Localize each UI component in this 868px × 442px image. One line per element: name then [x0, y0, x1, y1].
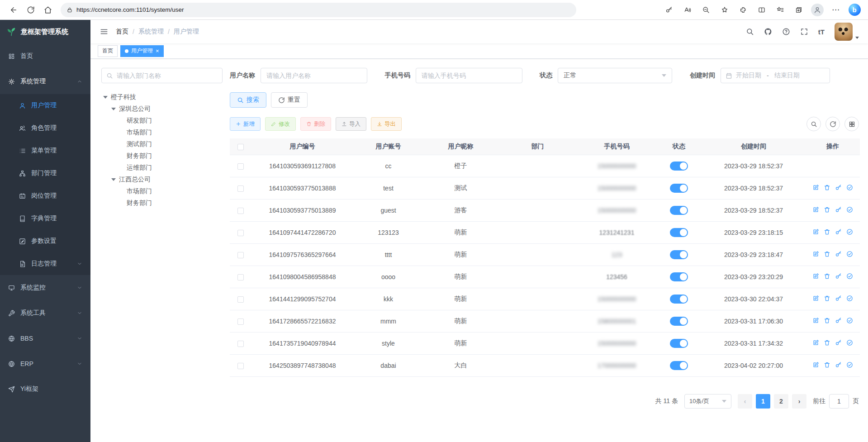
- delete-icon[interactable]: [824, 228, 830, 235]
- status-toggle[interactable]: [670, 272, 688, 281]
- collections-button[interactable]: [791, 2, 807, 18]
- sidebar-item-dictionary[interactable]: 字典管理: [0, 207, 90, 230]
- reset-password-icon[interactable]: [835, 295, 842, 302]
- split-screen-button[interactable]: [754, 2, 770, 18]
- sidebar-item-logs[interactable]: 日志管理: [0, 252, 90, 275]
- tree-node[interactable]: 运维部门: [101, 162, 223, 174]
- sidebar-item-menus[interactable]: 菜单管理: [0, 139, 90, 162]
- select-all-checkbox[interactable]: [237, 144, 244, 150]
- sidebar-item-roles[interactable]: 角色管理: [0, 117, 90, 139]
- tree-node[interactable]: 财务部门: [101, 150, 223, 162]
- assign-role-icon[interactable]: [846, 273, 853, 280]
- reset-password-icon[interactable]: [835, 228, 842, 235]
- tag-home[interactable]: 首页: [98, 45, 118, 57]
- assign-role-icon[interactable]: [846, 184, 853, 191]
- reset-password-icon[interactable]: [835, 184, 842, 191]
- status-toggle[interactable]: [670, 162, 688, 171]
- tree-node[interactable]: 测试部门: [101, 138, 223, 150]
- address-bar[interactable]: https://ccnetcore.com:1101/system/user: [61, 3, 576, 17]
- reset-password-icon[interactable]: [835, 251, 842, 257]
- breadcrumb-home[interactable]: 首页: [116, 28, 128, 36]
- tag-user-management[interactable]: 用户管理 ×: [120, 45, 164, 57]
- extensions-button[interactable]: [735, 2, 751, 18]
- status-toggle[interactable]: [670, 250, 688, 259]
- header-search-button[interactable]: [746, 28, 754, 36]
- tree-expand-caret[interactable]: [103, 96, 108, 99]
- sidebar-item-monitoring[interactable]: 系统监控: [0, 275, 90, 300]
- assign-role-icon[interactable]: [846, 339, 853, 346]
- browser-profile-button[interactable]: [809, 2, 825, 18]
- phone-input[interactable]: [416, 68, 522, 83]
- status-select[interactable]: 正常: [558, 68, 672, 83]
- status-toggle[interactable]: [670, 339, 688, 348]
- password-key-button[interactable]: [661, 2, 677, 18]
- sidebar-item-yi-framework[interactable]: Yi框架: [0, 376, 90, 402]
- status-toggle[interactable]: [670, 361, 688, 370]
- toggle-search-button[interactable]: [806, 117, 821, 131]
- add-favorite-button[interactable]: [716, 2, 733, 18]
- refresh-table-button[interactable]: [825, 117, 840, 131]
- sidebar-item-system[interactable]: 系统管理: [0, 69, 90, 94]
- reset-button[interactable]: 重置: [271, 92, 308, 108]
- edit-icon[interactable]: [812, 295, 819, 302]
- prev-page-button[interactable]: ‹: [738, 394, 752, 409]
- delete-icon[interactable]: [824, 273, 830, 280]
- edit-icon[interactable]: [812, 184, 819, 191]
- sidebar-item-parameters[interactable]: 参数设置: [0, 230, 90, 252]
- delete-button[interactable]: 删除: [300, 117, 331, 131]
- assign-role-icon[interactable]: [846, 206, 853, 213]
- assign-role-icon[interactable]: [846, 251, 853, 257]
- export-button[interactable]: 导出: [371, 117, 402, 131]
- edit-icon[interactable]: [812, 339, 819, 346]
- sidebar-item-departments[interactable]: 部门管理: [0, 162, 90, 185]
- row-checkbox[interactable]: [237, 318, 244, 325]
- tree-node[interactable]: 财务部门: [101, 197, 223, 209]
- next-page-button[interactable]: ›: [792, 394, 806, 409]
- edit-icon[interactable]: [812, 228, 819, 235]
- add-button[interactable]: 新增: [230, 117, 261, 131]
- font-size-button[interactable]: tT: [818, 28, 825, 36]
- delete-icon[interactable]: [824, 184, 830, 191]
- row-checkbox[interactable]: [237, 208, 244, 214]
- tree-node[interactable]: 江西总公司: [101, 174, 223, 185]
- tree-node[interactable]: 市场部门: [101, 185, 223, 197]
- sidebar-item-posts[interactable]: 岗位管理: [0, 185, 90, 207]
- page-size-select[interactable]: 10条/页: [684, 394, 731, 409]
- status-toggle[interactable]: [670, 228, 688, 237]
- reset-password-icon[interactable]: [835, 361, 842, 368]
- sidebar-item-tools[interactable]: 系统工具: [0, 300, 90, 326]
- read-aloud-button[interactable]: [679, 2, 696, 18]
- row-checkbox[interactable]: [237, 230, 244, 236]
- page-button-2[interactable]: 2: [774, 394, 788, 409]
- search-button[interactable]: 搜索: [230, 92, 266, 108]
- delete-icon[interactable]: [824, 339, 830, 346]
- edit-icon[interactable]: [812, 206, 819, 213]
- row-checkbox[interactable]: [237, 296, 244, 303]
- fullscreen-button[interactable]: [800, 28, 808, 36]
- sidebar-toggle-button[interactable]: [96, 24, 112, 40]
- date-range-picker[interactable]: 开始日期 - 结束日期: [721, 68, 830, 83]
- department-search-input[interactable]: [117, 72, 218, 79]
- column-settings-button[interactable]: [844, 117, 859, 131]
- zoom-out-button[interactable]: [698, 2, 714, 18]
- edit-icon[interactable]: [812, 317, 819, 324]
- sidebar-item-users[interactable]: 用户管理: [0, 94, 90, 117]
- reset-password-icon[interactable]: [835, 273, 842, 280]
- row-checkbox[interactable]: [237, 341, 244, 347]
- delete-icon[interactable]: [824, 317, 830, 324]
- row-checkbox[interactable]: [237, 363, 244, 369]
- sidebar-item-erp[interactable]: ERP: [0, 351, 90, 376]
- row-checkbox[interactable]: [237, 274, 244, 280]
- tag-close-icon[interactable]: ×: [156, 48, 159, 54]
- tree-expand-caret[interactable]: [111, 178, 116, 181]
- reset-password-icon[interactable]: [835, 206, 842, 213]
- sidebar-item-home[interactable]: 首页: [0, 43, 90, 69]
- delete-icon[interactable]: [824, 206, 830, 213]
- browser-refresh-button[interactable]: [23, 2, 39, 18]
- tree-node[interactable]: 研发部门: [101, 115, 223, 127]
- row-checkbox[interactable]: [237, 252, 244, 258]
- goto-page-input[interactable]: [829, 394, 849, 409]
- tree-node[interactable]: 深圳总公司: [101, 103, 223, 115]
- row-checkbox[interactable]: [237, 185, 244, 192]
- edit-button[interactable]: 修改: [265, 117, 296, 131]
